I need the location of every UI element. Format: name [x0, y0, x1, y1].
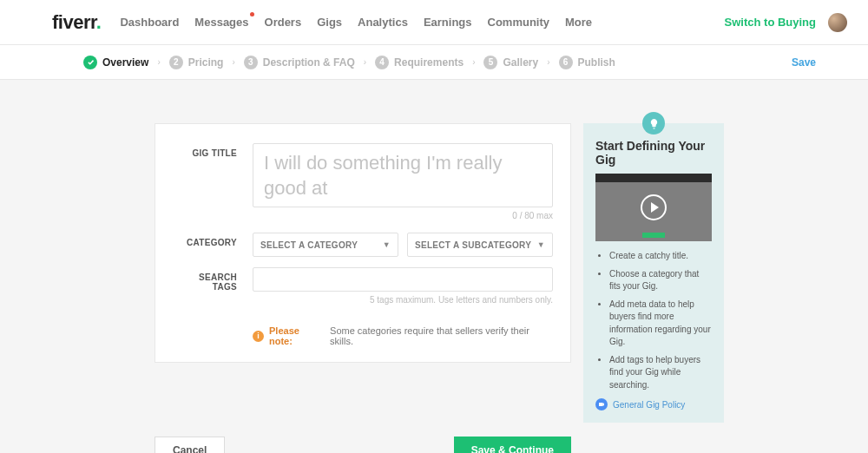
info-icon: i — [253, 331, 264, 342]
step-number: 5 — [483, 56, 497, 69]
step-number: 2 — [169, 56, 183, 69]
step-requirements[interactable]: 4 Requirements — [375, 56, 464, 69]
step-label: Pricing — [188, 56, 224, 69]
step-label: Overview — [102, 56, 148, 69]
tip-item: Choose a category that fits your Gig. — [609, 268, 712, 293]
nav-orders[interactable]: Orders — [265, 16, 302, 29]
chevron-right-icon: › — [472, 57, 475, 67]
camera-icon — [595, 398, 608, 410]
nav-messages[interactable]: Messages — [194, 16, 248, 29]
save-continue-button[interactable]: Save & Continue — [454, 437, 571, 453]
chevron-right-icon: › — [157, 57, 160, 67]
step-label: Gallery — [503, 56, 538, 69]
tips-card: Start Defining Your Gig Create a catchy … — [583, 123, 724, 423]
title-char-counter: 0 / 80 max — [253, 211, 553, 220]
search-tags-input[interactable] — [253, 267, 553, 292]
cancel-button[interactable]: Cancel — [155, 437, 225, 453]
tip-item: Add tags to help buyers find your Gig wh… — [609, 354, 712, 392]
logo[interactable]: fiverr. — [52, 11, 101, 34]
step-label: Description & FAQ — [263, 56, 355, 69]
step-number: 6 — [559, 56, 573, 69]
subcategory-select[interactable]: SELECT A SUBCATEGORY ▼ — [407, 233, 553, 257]
gig-title-label: GIG TITLE — [173, 143, 253, 158]
play-icon — [641, 194, 667, 220]
tips-video-thumbnail[interactable] — [595, 174, 712, 241]
select-value: SELECT A CATEGORY — [260, 240, 358, 250]
nav-community[interactable]: Community — [488, 16, 550, 29]
caret-down-icon: ▼ — [537, 240, 545, 249]
note-label: Please note: — [269, 325, 325, 346]
content-area: GIG TITLE I will do something I'm really… — [0, 80, 868, 423]
select-value: SELECT A SUBCATEGORY — [415, 240, 531, 250]
tips-list: Create a catchy title. Choose a category… — [595, 250, 712, 391]
nav-earnings[interactable]: Earnings — [424, 16, 472, 29]
step-publish[interactable]: 6 Publish — [559, 56, 615, 69]
check-icon — [83, 56, 97, 69]
chevron-right-icon: › — [547, 57, 549, 67]
step-number: 3 — [244, 56, 258, 69]
category-select[interactable]: SELECT A CATEGORY ▼ — [253, 233, 398, 257]
tip-item: Create a catchy title. — [609, 250, 712, 263]
form-actions: Cancel Save & Continue — [155, 437, 571, 453]
caret-down-icon: ▼ — [383, 240, 391, 249]
steps-bar: Overview › 2 Pricing › 3 Description & F… — [0, 45, 868, 80]
avatar[interactable] — [828, 13, 847, 32]
general-gig-policy-link[interactable]: General Gig Policy — [613, 400, 685, 410]
search-tags-label: SEARCH TAGS — [173, 267, 253, 292]
nav-gigs[interactable]: Gigs — [317, 16, 342, 29]
step-label: Requirements — [394, 56, 464, 69]
note-text: Some categories require that sellers ver… — [330, 325, 553, 346]
step-description[interactable]: 3 Description & FAQ — [244, 56, 355, 69]
step-gallery[interactable]: 5 Gallery — [483, 56, 538, 69]
chevron-right-icon: › — [232, 57, 234, 67]
save-link[interactable]: Save — [792, 56, 816, 69]
nav-analytics[interactable]: Analytics — [358, 16, 408, 29]
note-row: i Please note: Some categories require t… — [173, 325, 553, 346]
tip-item: Add meta data to help buyers find more i… — [609, 299, 712, 349]
notification-dot-icon — [250, 12, 254, 16]
category-label: CATEGORY — [173, 233, 253, 247]
switch-to-buying-button[interactable]: Switch to Buying — [725, 16, 816, 29]
nav-links: Dashboard Messages Orders Gigs Analytics… — [120, 16, 592, 29]
step-number: 4 — [375, 56, 389, 69]
nav-right: Switch to Buying — [725, 13, 847, 32]
gig-form-card: GIG TITLE I will do something I'm really… — [155, 123, 571, 363]
gig-title-input[interactable]: I will do something I'm really good at — [253, 143, 553, 207]
step-overview[interactable]: Overview — [83, 56, 148, 69]
step-pricing[interactable]: 2 Pricing — [169, 56, 224, 69]
nav-more[interactable]: More — [565, 16, 592, 29]
top-nav: fiverr. Dashboard Messages Orders Gigs A… — [0, 0, 868, 45]
lightbulb-icon — [642, 112, 665, 135]
step-label: Publish — [578, 56, 615, 69]
nav-dashboard[interactable]: Dashboard — [120, 16, 179, 29]
tips-title: Start Defining Your Gig — [595, 139, 712, 167]
tags-hint: 5 tags maximum. Use letters and numbers … — [253, 295, 553, 305]
chevron-right-icon: › — [364, 57, 366, 67]
